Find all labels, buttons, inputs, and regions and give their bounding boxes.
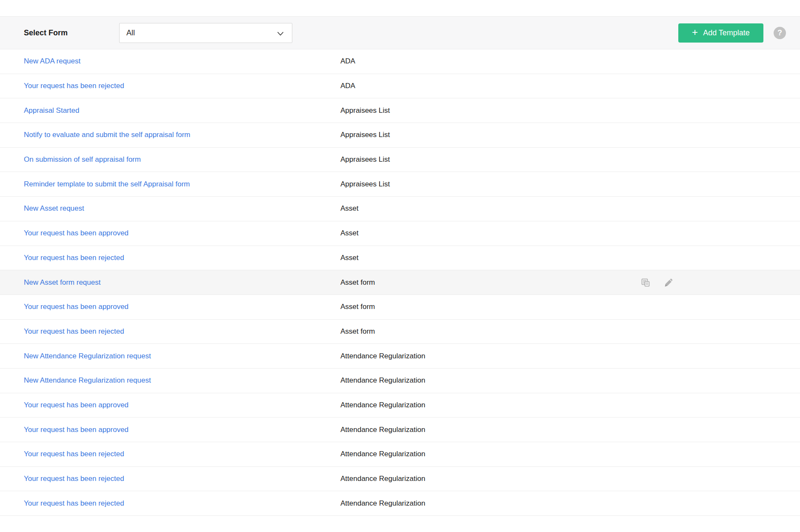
- chevron-down-icon: [277, 30, 284, 37]
- template-name-cell: Notify to evaluate and submit the self a…: [24, 131, 340, 139]
- table-row: Your request has been rejected ADA: [0, 74, 800, 99]
- table-row: Appraisal Started Appraisees List: [0, 98, 800, 123]
- template-name-cell: Reminder template to submit the self App…: [24, 180, 340, 189]
- template-name-link[interactable]: New Attendance Regularization request: [24, 352, 151, 360]
- template-name-link[interactable]: Your request has been rejected: [24, 499, 124, 507]
- template-name-cell: Your request has been approved: [24, 401, 340, 409]
- template-name-link[interactable]: New Attendance Regularization request: [24, 376, 151, 384]
- template-list: New ADA request ADA Your request has bee…: [0, 49, 800, 516]
- toolbar-right: + Add Template ?: [678, 23, 800, 43]
- table-row: Your request has been approved Asset for…: [0, 295, 800, 320]
- edit-icon[interactable]: [663, 277, 674, 288]
- toolbar: Select Form All + Add Template ?: [0, 16, 800, 49]
- table-row: New Attendance Regularization request At…: [0, 369, 800, 393]
- form-name-cell: ADA: [340, 82, 355, 90]
- template-name-link[interactable]: Your request has been approved: [24, 401, 129, 409]
- template-name-link[interactable]: Your request has been approved: [24, 426, 129, 434]
- template-name-link[interactable]: Notify to evaluate and submit the self a…: [24, 131, 190, 139]
- template-name-cell: Your request has been rejected: [24, 254, 340, 262]
- template-name-cell: Your request has been rejected: [24, 450, 340, 458]
- form-name-cell: Attendance Regularization: [340, 475, 425, 483]
- template-name-cell: Your request has been rejected: [24, 499, 340, 508]
- template-name-link[interactable]: Reminder template to submit the self App…: [24, 180, 190, 188]
- form-name-cell: Asset form: [340, 303, 375, 311]
- template-name-cell: New Asset form request: [24, 278, 340, 287]
- template-name-cell: New Attendance Regularization request: [24, 376, 340, 385]
- table-row: Your request has been approved Attendanc…: [0, 393, 800, 418]
- template-name-link[interactable]: Your request has been rejected: [24, 450, 124, 458]
- template-name-link[interactable]: Appraisal Started: [24, 106, 79, 114]
- template-name-link[interactable]: Your request has been approved: [24, 229, 129, 237]
- plus-icon: +: [692, 27, 698, 37]
- form-name-cell: Asset: [340, 254, 359, 262]
- table-row: On submission of self appraisal form App…: [0, 148, 800, 172]
- template-name-link[interactable]: On submission of self appraisal form: [24, 155, 141, 163]
- template-name-cell: Your request has been approved: [24, 303, 340, 311]
- template-name-link[interactable]: Your request has been rejected: [24, 475, 124, 483]
- form-filter-selected-value: All: [126, 29, 135, 37]
- help-icon-glyph: ?: [777, 29, 782, 37]
- form-name-cell: Attendance Regularization: [340, 352, 425, 360]
- table-row: New Attendance Regularization request At…: [0, 344, 800, 369]
- template-name-link[interactable]: New Asset form request: [24, 278, 100, 286]
- form-filter-select[interactable]: All: [119, 23, 292, 43]
- template-name-cell: Your request has been approved: [24, 229, 340, 237]
- form-name-cell: Appraisees List: [340, 106, 390, 115]
- table-row: Your request has been approved Asset: [0, 221, 800, 246]
- template-name-link[interactable]: Your request has been rejected: [24, 254, 124, 262]
- template-name-link[interactable]: Your request has been approved: [24, 303, 129, 311]
- form-name-cell: Appraisees List: [340, 180, 390, 189]
- table-row: New Asset request Asset: [0, 197, 800, 221]
- copy-icon[interactable]: [640, 277, 651, 288]
- table-row: Your request has been rejected Asset: [0, 246, 800, 271]
- template-name-cell: New Asset request: [24, 204, 340, 213]
- template-name-link[interactable]: New ADA request: [24, 57, 80, 65]
- form-name-cell: Appraisees List: [340, 155, 390, 164]
- select-form-label: Select Form: [24, 29, 119, 37]
- form-name-cell: Asset: [340, 204, 359, 213]
- form-name-cell: Asset form: [340, 278, 375, 287]
- template-name-cell: On submission of self appraisal form: [24, 155, 340, 164]
- add-template-label: Add Template: [703, 29, 750, 37]
- form-name-cell: ADA: [340, 57, 355, 66]
- table-row: Your request has been approved Attendanc…: [0, 418, 800, 442]
- form-name-cell: Attendance Regularization: [340, 376, 425, 385]
- row-actions: [640, 270, 674, 295]
- table-row: New ADA request ADA: [0, 49, 800, 74]
- template-name-cell: New Attendance Regularization request: [24, 352, 340, 360]
- table-row: Your request has been rejected Attendanc…: [0, 491, 800, 516]
- template-name-cell: New ADA request: [24, 57, 340, 66]
- template-name-link[interactable]: New Asset request: [24, 204, 84, 212]
- top-strip: [0, 0, 800, 16]
- template-name-cell: Your request has been rejected: [24, 475, 340, 483]
- form-name-cell: Attendance Regularization: [340, 499, 425, 508]
- template-name-link[interactable]: Your request has been rejected: [24, 327, 124, 335]
- help-icon[interactable]: ?: [774, 27, 786, 39]
- form-name-cell: Asset: [340, 229, 359, 237]
- form-name-cell: Attendance Regularization: [340, 450, 425, 458]
- form-name-cell: Attendance Regularization: [340, 426, 425, 434]
- template-name-link[interactable]: Your request has been rejected: [24, 82, 124, 90]
- table-row: Your request has been rejected Attendanc…: [0, 467, 800, 492]
- table-row: Your request has been rejected Attendanc…: [0, 442, 800, 467]
- form-name-cell: Asset form: [340, 327, 375, 336]
- template-name-cell: Your request has been approved: [24, 426, 340, 434]
- table-row: Notify to evaluate and submit the self a…: [0, 123, 800, 148]
- add-template-button[interactable]: + Add Template: [678, 23, 763, 43]
- form-name-cell: Appraisees List: [340, 131, 390, 139]
- table-row: Your request has been rejected Asset for…: [0, 320, 800, 344]
- template-name-cell: Your request has been rejected: [24, 327, 340, 336]
- template-name-cell: Your request has been rejected: [24, 82, 340, 90]
- template-name-cell: Appraisal Started: [24, 106, 340, 115]
- table-row: New Asset form request Asset form: [0, 270, 800, 295]
- table-row: Reminder template to submit the self App…: [0, 172, 800, 197]
- form-name-cell: Attendance Regularization: [340, 401, 425, 409]
